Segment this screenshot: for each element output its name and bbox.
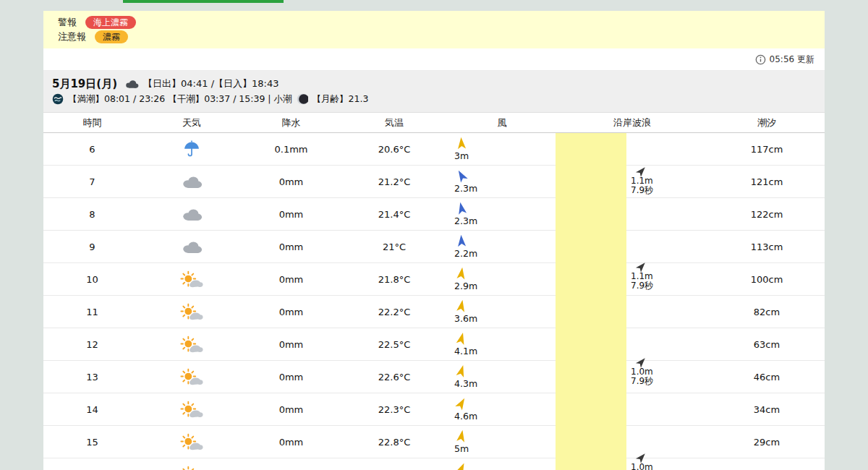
time-cell: 14	[43, 393, 141, 425]
wave-direction-arrow-icon	[637, 356, 646, 367]
temp-cell: 21.4°C	[340, 198, 448, 230]
warning-row: 警報 海上濃霧	[58, 15, 810, 29]
wave-direction-arrow-icon	[637, 261, 646, 272]
wave-circle-icon	[52, 93, 64, 105]
wave-group: 1.0m7.9秒	[631, 356, 653, 386]
weather-cell	[141, 263, 242, 295]
precip-cell: 0mm	[242, 231, 340, 262]
wind-arrow-icon	[456, 332, 467, 345]
temp-cell: 22.3°C	[340, 393, 448, 425]
precip-cell: 0mm	[242, 328, 340, 360]
precip-cell: 0mm	[242, 296, 340, 328]
weather-cell	[141, 296, 242, 328]
table-row: 10 0mm 21.8°C 2.9m 100cm	[43, 263, 825, 296]
precip-cell: 0mm	[242, 393, 340, 425]
wind-cell: 2.3m	[448, 198, 556, 230]
sun-cloud-icon	[180, 368, 203, 386]
alert-banner: 警報 海上濃霧 注意報 濃霧	[43, 11, 825, 48]
wind-arrow-icon	[456, 169, 467, 182]
temp-cell: 21.8°C	[340, 263, 448, 295]
tide-cell: 29cm	[709, 426, 825, 458]
wind-arrow-icon	[456, 430, 467, 443]
wave-group: 1.1m7.9秒	[631, 166, 653, 195]
precip-cell: 0mm	[242, 263, 340, 295]
precip-cell: 0mm	[242, 166, 340, 197]
wave-period: 7.9秒	[631, 377, 653, 386]
table-row: 16 0mm 22.3°C 5.4m 34cm	[43, 458, 825, 470]
tide-cell: 82cm	[709, 296, 825, 328]
time-cell: 8	[43, 198, 141, 230]
temp-cell: 20.6°C	[340, 133, 448, 165]
wind-speed: 2.3m	[454, 183, 477, 194]
tide-cell: 34cm	[709, 458, 825, 470]
wind-arrow-icon	[456, 202, 467, 215]
moon-icon	[297, 93, 308, 105]
sun-cloud-icon	[180, 401, 203, 419]
wave-height-band	[556, 133, 626, 470]
sun-cloud-icon	[180, 433, 203, 451]
col-header-wind: 風	[448, 116, 556, 129]
warning-badge[interactable]: 海上濃霧	[85, 16, 136, 29]
forecast-card: 警報 海上濃霧 注意報 濃霧 05:56 更新 5月19日(月) 【日出】04:…	[43, 11, 825, 470]
wave-period: 7.9秒	[631, 281, 653, 291]
wind-speed: 5m	[454, 443, 469, 454]
wind-cell: 4.6m	[448, 393, 556, 425]
table-row: 13 0mm 22.6°C 4.3m 46cm	[43, 361, 825, 393]
time-cell: 6	[43, 133, 141, 165]
weather-cell	[141, 361, 242, 393]
wind-arrow-icon	[456, 397, 467, 410]
col-header-precip: 降水	[242, 116, 340, 129]
wave-direction-arrow-icon	[637, 166, 646, 176]
time-cell: 11	[43, 296, 141, 328]
sun-cloud-icon	[180, 466, 203, 470]
wave-direction-arrow-icon	[637, 452, 646, 463]
time-cell: 13	[43, 361, 141, 393]
time-cell: 12	[43, 328, 141, 360]
temp-cell: 22.6°C	[340, 361, 448, 393]
cloud-icon	[181, 207, 203, 222]
tide-cell: 100cm	[709, 263, 825, 295]
tide-cell: 117cm	[709, 133, 825, 165]
sun-cloud-icon	[180, 336, 203, 354]
wave-group: 1.0m7.9秒	[631, 452, 653, 470]
wind-cell: 2.3m	[448, 166, 556, 197]
update-time: 05:56 更新	[770, 54, 814, 66]
cloud-icon	[181, 239, 203, 255]
table-row: 14 0mm 22.3°C 4.6m 34cm	[43, 393, 825, 426]
time-cell: 16	[43, 458, 141, 470]
advisory-label: 注意報	[58, 30, 86, 43]
weather-cell	[141, 133, 242, 165]
temp-cell: 22.2°C	[340, 296, 448, 328]
weather-cell	[141, 328, 242, 360]
advisory-badge[interactable]: 濃霧	[95, 30, 128, 43]
cloud-dark-icon	[124, 79, 139, 89]
wind-speed: 4.6m	[454, 411, 477, 422]
time-cell: 10	[43, 263, 141, 295]
weather-cell	[141, 458, 242, 470]
wave-height: 1.0m	[631, 463, 653, 470]
wind-cell: 2.2m	[448, 231, 556, 262]
temp-cell: 21.2°C	[340, 166, 448, 197]
weather-cell	[141, 426, 242, 458]
tide-cell: 122cm	[709, 198, 825, 230]
wind-arrow-icon	[456, 299, 467, 312]
moon-age-text: 【月齢】21.3	[312, 93, 369, 106]
table-row: 8 0mm 21.4°C 2.3m 122cm	[43, 198, 825, 231]
wind-speed: 2.9m	[454, 281, 477, 291]
wind-speed: 2.3m	[454, 215, 477, 226]
wave-group: 1.1m7.9秒	[631, 261, 653, 291]
precip-cell: 0mm	[242, 198, 340, 230]
col-header-weather: 天気	[141, 116, 242, 129]
wind-speed: 4.1m	[454, 346, 477, 356]
wind-cell: 2.9m	[448, 263, 556, 295]
wind-arrow-icon	[456, 234, 467, 247]
weather-forecast-page: 警報 海上濃霧 注意報 濃霧 05:56 更新 5月19日(月) 【日出】04:…	[0, 0, 868, 470]
date-line: 5月19日(月) 【日出】04:41 /【日入】18:43	[52, 76, 816, 92]
wind-arrow-icon	[456, 364, 467, 377]
wave-period: 7.9秒	[631, 186, 653, 195]
precip-cell: 0mm	[242, 458, 340, 470]
tide-times-text: 【満潮】08:01 / 23:26 【干潮】03:37 / 15:39 | 小潮	[68, 93, 292, 106]
wind-cell: 3.6m	[448, 296, 556, 328]
temp-cell: 21°C	[340, 231, 448, 262]
info-icon	[755, 54, 766, 65]
